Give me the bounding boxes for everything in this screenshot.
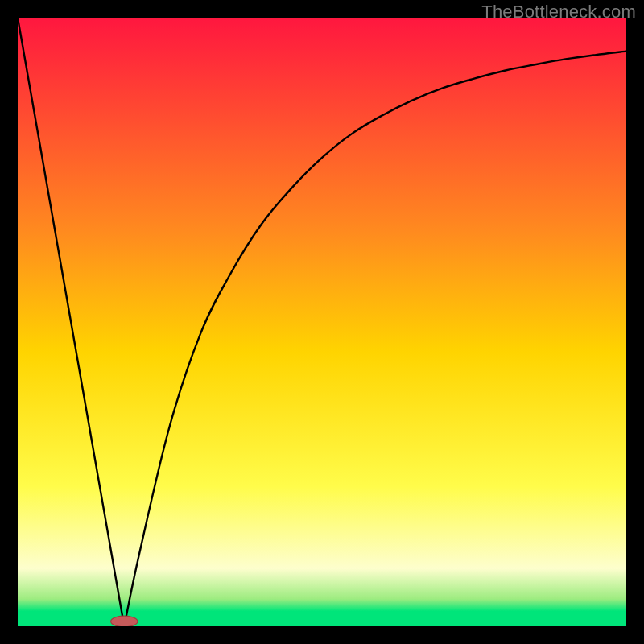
- minimum-marker: [111, 616, 138, 626]
- watermark-text: TheBottleneck.com: [481, 2, 636, 23]
- bottleneck-chart: [18, 18, 626, 626]
- chart-frame: TheBottleneck.com: [0, 0, 644, 644]
- plot-area: [18, 18, 626, 626]
